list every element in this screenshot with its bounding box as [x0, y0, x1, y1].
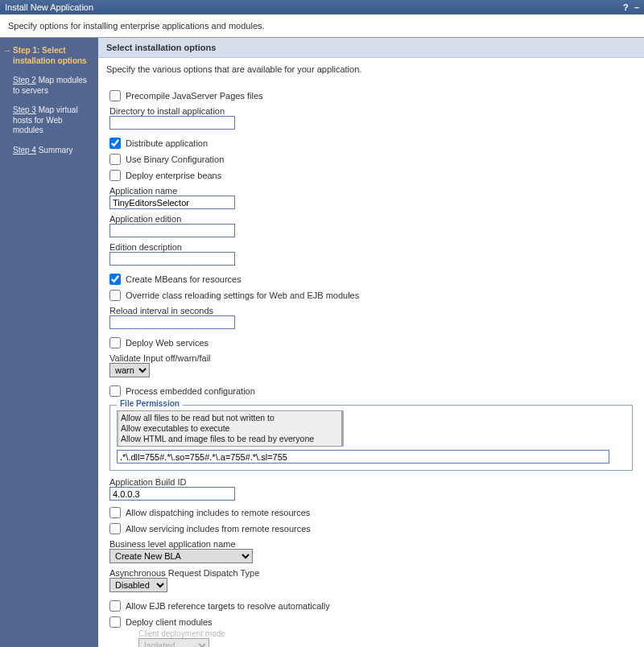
directory-label: Directory to install application [109, 106, 633, 116]
distribute-row: Distribute application [109, 138, 633, 149]
wizard-step-3[interactable]: Step 3 Map virtual hosts for Web modules [3, 102, 95, 142]
buildid-input[interactable] [109, 487, 235, 501]
processembed-checkbox[interactable] [109, 385, 121, 397]
wizard-step-3-link[interactable]: Step 3 [13, 105, 36, 114]
override-row: Override class reloading settings for We… [109, 290, 633, 301]
allowejbref-label: Allow EJB reference targets to resolve a… [126, 601, 330, 611]
perm-option-2[interactable]: Allow executables to execute [121, 423, 338, 434]
clientmode-select: Isolated [138, 638, 209, 647]
deployws-checkbox[interactable] [109, 337, 121, 348]
mbeans-label: Create MBeans for resources [126, 274, 242, 284]
deployws-row: Deploy Web services [109, 337, 633, 348]
editiondesc-label: Edition description [109, 242, 633, 252]
distribute-checkbox[interactable] [109, 138, 121, 149]
perm-option-3[interactable]: Allow HTML and image files to be read by… [121, 434, 338, 444]
clientmode-label: Client deployment mode [138, 629, 633, 638]
appedition-input[interactable] [109, 224, 235, 237]
titlebar-icons: ? – [620, 2, 639, 12]
appedition-label: Application edition [109, 214, 633, 224]
editiondesc-input[interactable] [109, 252, 235, 266]
main-panel: Select installation options Specify the … [98, 38, 644, 647]
wizard-step-1-label: Step 1: Select installation options [13, 46, 87, 65]
bla-label: Business level application name [109, 539, 633, 549]
deployclient-checkbox[interactable] [109, 616, 121, 628]
deployws-label: Deploy Web services [126, 338, 208, 348]
titlebar: Install New Application ? – [0, 0, 644, 14]
validate-select[interactable]: warn [109, 363, 150, 377]
wizard-step-1: Step 1: Select installation options [3, 43, 95, 72]
override-label: Override class reloading settings for We… [126, 291, 359, 300]
file-permission-list[interactable]: Allow all files to be read but not writt… [117, 410, 342, 447]
appname-input[interactable] [109, 196, 235, 209]
validate-label: Validate Input off/warn/fail [109, 353, 633, 363]
precompile-row: Precompile JavaServer Pages files [109, 90, 633, 101]
bla-select[interactable]: Create New BLA [109, 549, 253, 563]
window-title: Install New Application [5, 2, 93, 12]
usebinary-row: Use Binary Configuration [109, 154, 633, 165]
reload-label: Reload interval in seconds [109, 306, 633, 315]
perm-option-1[interactable]: Allow all files to be read but not writt… [121, 413, 338, 423]
file-permission-legend: File Permission [117, 399, 183, 408]
help-icon[interactable]: ? [623, 2, 629, 12]
page-instructions: Specify options for installing enterpris… [0, 14, 644, 37]
wizard-step-2-link[interactable]: Step 2 [13, 76, 36, 84]
deployejb-checkbox[interactable] [109, 170, 121, 181]
override-checkbox[interactable] [109, 290, 121, 301]
layout: Step 1: Select installation options Step… [0, 37, 644, 647]
minimize-icon[interactable]: – [634, 2, 639, 12]
file-permission-expr-input[interactable] [117, 450, 609, 464]
precompile-checkbox[interactable] [109, 90, 121, 101]
wizard-steps-sidebar: Step 1: Select installation options Step… [0, 38, 98, 647]
wizard-step-2[interactable]: Step 2 Map modules to servers [3, 72, 95, 102]
file-permission-fieldset: File Permission Allow all files to be re… [109, 405, 633, 471]
allowejbref-checkbox[interactable] [109, 600, 121, 612]
precompile-label: Precompile JavaServer Pages files [126, 91, 263, 101]
distribute-label: Distribute application [126, 138, 208, 148]
wizard-step-4-link[interactable]: Step 4 [13, 146, 36, 155]
ardt-select[interactable]: Disabled [109, 578, 167, 592]
usebinary-label: Use Binary Configuration [126, 155, 224, 164]
deployejb-label: Deploy enterprise beans [126, 171, 221, 180]
reload-input[interactable] [109, 315, 235, 329]
deployclient-label: Deploy client modules [126, 617, 213, 627]
wizard-step-4[interactable]: Step 4 Summary [3, 142, 95, 163]
allowdispatch-checkbox[interactable] [109, 507, 121, 518]
allowdispatch-label: Allow dispatching includes to remote res… [126, 508, 310, 517]
allowservicing-checkbox[interactable] [109, 523, 121, 534]
ardt-label: Asynchronous Request Dispatch Type [109, 568, 633, 578]
deployejb-row: Deploy enterprise beans [109, 170, 633, 181]
allowservicing-label: Allow servicing includes from remote res… [126, 524, 311, 534]
allowservicing-row: Allow servicing includes from remote res… [109, 523, 633, 534]
buildid-label: Application Build ID [109, 477, 633, 487]
main-sub: Specify the various options that are ava… [98, 58, 644, 85]
wizard-step-4-rest: Summary [36, 146, 73, 155]
main-header: Select installation options [98, 38, 644, 58]
mbeans-row: Create MBeans for resources [109, 274, 633, 285]
processembed-row: Process embedded configuration [109, 385, 633, 397]
form-area: Precompile JavaServer Pages files Direct… [98, 90, 644, 647]
usebinary-checkbox[interactable] [109, 154, 121, 165]
deployclient-row: Deploy client modules [109, 616, 633, 628]
directory-input[interactable] [109, 116, 235, 130]
allowejbref-row: Allow EJB reference targets to resolve a… [109, 600, 633, 612]
allowdispatch-row: Allow dispatching includes to remote res… [109, 507, 633, 518]
processembed-label: Process embedded configuration [126, 386, 255, 396]
mbeans-checkbox[interactable] [109, 274, 121, 285]
appname-label: Application name [109, 186, 633, 196]
